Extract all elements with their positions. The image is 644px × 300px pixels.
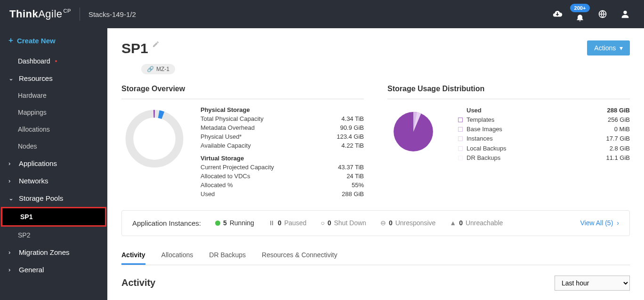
notification-badge: 200+ bbox=[570, 4, 590, 12]
chevron-right-icon: › bbox=[617, 219, 619, 227]
sidebar-section-migration-zones[interactable]: ›Migration Zones bbox=[0, 244, 107, 261]
create-new-button[interactable]: +Create New bbox=[0, 28, 107, 53]
instances-label: Application Instances: bbox=[132, 219, 201, 227]
brand-logo: ThinkAgileCP bbox=[9, 8, 71, 20]
minus-circle-icon: ⊖ bbox=[380, 219, 386, 227]
sidebar-item-hardware[interactable]: Hardware bbox=[0, 87, 107, 104]
circle-icon: ○ bbox=[321, 219, 324, 227]
chevron-right-icon: › bbox=[8, 266, 14, 273]
svg-point-2 bbox=[129, 114, 179, 164]
pause-icon: ⏸ bbox=[268, 219, 275, 227]
sidebar-section-resources[interactable]: ⌄Resources bbox=[0, 70, 107, 87]
instances-paused: ⏸0Paused bbox=[268, 219, 306, 227]
sidebar-item-mappings[interactable]: Mappings bbox=[0, 104, 107, 121]
chevron-down-icon: ⌄ bbox=[8, 75, 14, 82]
time-filter-select[interactable]: Last hour bbox=[555, 276, 630, 291]
topbar: ThinkAgileCP Stacks-149-1/2 200+ bbox=[0, 0, 644, 28]
instances-unresponsive: ⊖0Unresponsive bbox=[380, 219, 435, 227]
highlight-box: SP1 bbox=[1, 207, 106, 227]
stack-name[interactable]: Stacks-149-1/2 bbox=[89, 10, 136, 18]
legend-swatch bbox=[458, 118, 463, 122]
legend-swatch bbox=[458, 136, 463, 141]
chevron-right-icon: › bbox=[8, 249, 14, 256]
sidebar-item-sp1[interactable]: SP1 bbox=[2, 208, 105, 225]
sidebar: +Create New Dashboard ⌄Resources Hardwar… bbox=[0, 28, 107, 300]
instances-running: 5Running bbox=[215, 219, 254, 227]
edit-icon[interactable] bbox=[152, 40, 160, 50]
chevron-right-icon: › bbox=[8, 160, 14, 167]
globe-icon[interactable] bbox=[593, 5, 612, 24]
tab-activity[interactable]: Activity bbox=[121, 246, 145, 265]
sidebar-item-sp2[interactable]: SP2 bbox=[0, 227, 107, 244]
alert-dot-icon bbox=[55, 60, 57, 62]
chevron-down-icon: ⌄ bbox=[8, 195, 14, 202]
link-icon: 🔗 bbox=[147, 66, 154, 72]
notifications-icon[interactable]: 200+ bbox=[571, 5, 589, 24]
actions-button[interactable]: Actions ▾ bbox=[587, 40, 630, 55]
sidebar-item-nodes[interactable]: Nodes bbox=[0, 138, 107, 155]
storage-usage-title: Storage Usage Distribution bbox=[387, 85, 630, 93]
physical-storage-heading: Physical Storage bbox=[201, 106, 364, 113]
storage-overview-title: Storage Overview bbox=[121, 85, 364, 93]
sidebar-section-applications[interactable]: ›Applications bbox=[0, 155, 107, 172]
mz-chip[interactable]: 🔗MZ-1 bbox=[141, 64, 175, 74]
view-all-link[interactable]: View All (5)› bbox=[580, 219, 619, 227]
sidebar-section-networks[interactable]: ›Networks bbox=[0, 172, 107, 189]
tab-resources[interactable]: Resources & Connectivity bbox=[262, 246, 337, 265]
user-icon[interactable] bbox=[616, 5, 635, 24]
tab-dr-backups[interactable]: DR Backups bbox=[209, 246, 246, 265]
cloud-download-icon[interactable] bbox=[548, 5, 567, 24]
legend-swatch bbox=[458, 146, 463, 151]
instances-bar: Application Instances: 5Running ⏸0Paused… bbox=[121, 210, 630, 236]
warning-icon: ▲ bbox=[450, 219, 456, 227]
sidebar-section-storage-pools[interactable]: ⌄Storage Pools bbox=[0, 189, 107, 207]
legend-swatch bbox=[458, 156, 463, 160]
status-dot-green-icon bbox=[215, 221, 220, 226]
instances-unreachable: ▲0Unreachable bbox=[450, 219, 503, 227]
brand-bold: Think bbox=[9, 8, 38, 20]
plus-icon: + bbox=[8, 36, 13, 45]
brand-rest: Agile bbox=[38, 8, 62, 20]
main-content: SP1 Actions ▾ 🔗MZ-1 Storage Overview bbox=[107, 28, 644, 300]
instances-shutdown: ○0Shut Down bbox=[321, 219, 366, 227]
activity-title: Activity bbox=[121, 277, 155, 288]
storage-usage-pie bbox=[387, 106, 439, 158]
tabs: Activity Allocations DR Backups Resource… bbox=[121, 246, 630, 265]
storage-overview-panel: Storage Overview Physical Storage Total … bbox=[121, 85, 364, 199]
brand-suffix: CP bbox=[64, 8, 71, 14]
svg-point-1 bbox=[623, 11, 627, 14]
virtual-storage-heading: Virtual Storage bbox=[201, 155, 364, 162]
sidebar-item-allocations[interactable]: Allocations bbox=[0, 121, 107, 138]
topbar-divider bbox=[80, 8, 80, 21]
tab-allocations[interactable]: Allocations bbox=[161, 246, 193, 265]
legend-swatch bbox=[458, 127, 463, 132]
sidebar-section-general[interactable]: ›General bbox=[0, 261, 107, 278]
storage-usage-panel: Storage Usage Distribution Used288 GiB T… bbox=[387, 85, 630, 199]
page-title: SP1 bbox=[121, 40, 148, 56]
storage-overview-donut bbox=[121, 106, 187, 172]
sidebar-item-dashboard[interactable]: Dashboard bbox=[0, 53, 107, 70]
chevron-right-icon: › bbox=[8, 177, 14, 184]
